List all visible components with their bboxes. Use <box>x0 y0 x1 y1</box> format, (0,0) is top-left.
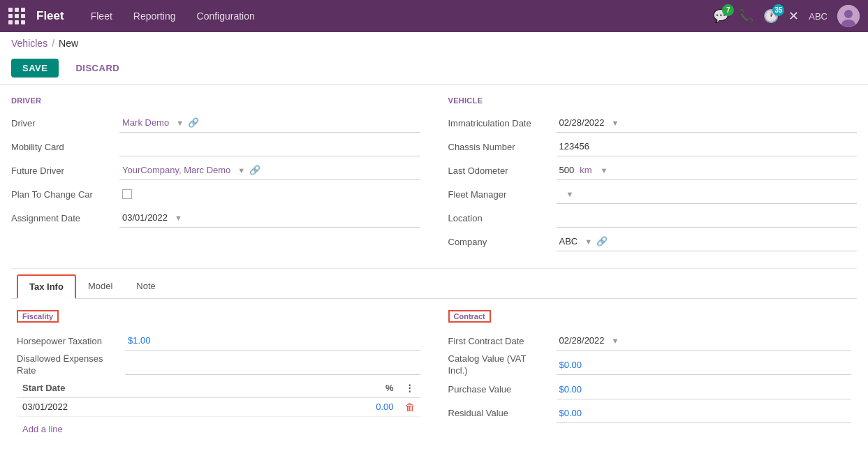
form-top: Driver Driver Mark Demo ▼ 🔗 Mobility Car… <box>11 85 857 265</box>
immatriculation-date-text: 02/28/2022 <box>559 117 605 128</box>
plan-change-car-label: Plan To Change Car <box>11 189 119 200</box>
field-row-plan-change-car: Plan To Change Car <box>11 183 420 205</box>
chassis-number-label: Chassis Number <box>448 142 557 152</box>
phone-icon[interactable]: 📞 <box>738 8 753 24</box>
driver-value[interactable]: Mark Demo ▼ 🔗 <box>119 113 420 133</box>
tabs-bar: Tax Info Model Note <box>11 274 857 299</box>
field-row-immatriculation-date: Immatriculation Date 02/28/2022 ▼ <box>448 112 858 134</box>
fleet-manager-value[interactable]: ▼ <box>557 184 858 204</box>
tab-content: Fiscality Horsepower Taxation $1.00 Disa… <box>11 299 857 448</box>
future-driver-value[interactable]: YourCompany, Marc Demo ▼ 🔗 <box>119 161 420 180</box>
tab-note[interactable]: Note <box>124 274 167 299</box>
discard-button[interactable]: DISCARD <box>64 59 131 78</box>
breadcrumb-current: New <box>59 38 78 49</box>
purchase-value-value[interactable]: $0.00 <box>557 380 852 399</box>
future-driver-label: Future Driver <box>11 165 119 176</box>
app-brand[interactable]: Fleet <box>36 9 64 23</box>
close-icon[interactable]: ✕ <box>788 8 799 24</box>
company-value[interactable]: ABC ▼ 🔗 <box>557 232 858 251</box>
breadcrumb-separator: / <box>52 38 54 49</box>
user-avatar[interactable] <box>837 5 860 27</box>
first-contract-date-arrow[interactable]: ▼ <box>612 337 619 345</box>
chassis-number-input[interactable] <box>559 141 855 152</box>
breadcrumb-parent[interactable]: Vehicles <box>11 38 47 49</box>
driver-ext-link-icon[interactable]: 🔗 <box>188 117 199 128</box>
first-contract-date-value[interactable]: 02/28/2022 ▼ <box>557 331 852 351</box>
tab-model[interactable]: Model <box>76 274 124 299</box>
odometer-unit-arrow[interactable]: ▼ <box>601 166 608 175</box>
future-driver-dropdown-arrow[interactable]: ▼ <box>237 166 245 175</box>
clock-badge: 35 <box>772 4 784 16</box>
fiscality-section-label: Fiscality <box>17 310 59 323</box>
future-driver-ext-link-icon[interactable]: 🔗 <box>249 165 260 175</box>
field-row-first-contract-date: First Contract Date 02/28/2022 ▼ <box>448 330 852 352</box>
horsepower-tax-value[interactable]: $1.00 <box>125 331 420 351</box>
driver-section: Driver Driver Mark Demo ▼ 🔗 Mobility Car… <box>11 96 420 254</box>
nav-reporting[interactable]: Reporting <box>124 6 186 26</box>
col-header-percent: % <box>344 380 399 398</box>
table-row: 03/01/2022 0.00 🗑 <box>17 397 420 416</box>
row-percent[interactable]: 0.00 <box>344 397 399 416</box>
field-row-mobility-card: Mobility Card <box>11 135 420 158</box>
plan-change-car-checkbox[interactable] <box>122 189 132 199</box>
col-header-actions: ⋮ <box>399 380 420 398</box>
col-header-start-date: Start Date <box>17 380 344 398</box>
row-delete[interactable]: 🗑 <box>399 397 420 416</box>
disallowed-expenses-value[interactable] <box>125 355 420 375</box>
last-odometer-value[interactable]: 500 km ▼ <box>557 161 858 180</box>
nav-configuration[interactable]: Configuration <box>187 6 265 26</box>
main-content: Driver Driver Mark Demo ▼ 🔗 Mobility Car… <box>0 84 868 448</box>
catalog-value-text: $0.00 <box>559 360 582 370</box>
username-label: ABC <box>809 11 827 22</box>
last-odometer-label: Last Odometer <box>448 165 557 176</box>
app-grid-icon[interactable] <box>8 8 25 24</box>
field-row-horsepower-tax: Horsepower Taxation $1.00 <box>17 330 420 352</box>
first-contract-date-label: First Contract Date <box>448 336 557 346</box>
assignment-date-value[interactable]: 03/01/2022 ▼ <box>119 208 420 228</box>
company-arrow[interactable]: ▼ <box>584 237 592 246</box>
location-input[interactable] <box>559 212 855 223</box>
delete-row-icon[interactable]: 🗑 <box>405 402 415 413</box>
toolbar: SAVE DISCARD <box>0 54 868 84</box>
assignment-date-dropdown-arrow[interactable]: ▼ <box>175 214 182 222</box>
purchase-value-label: Purchase Value <box>448 384 557 395</box>
location-value[interactable] <box>557 208 858 228</box>
field-row-chassis-number: Chassis Number <box>448 135 858 158</box>
vehicle-section-label: Vehicle <box>448 96 858 105</box>
mobility-card-value[interactable] <box>119 137 420 156</box>
field-row-location: Location <box>448 207 858 229</box>
immatriculation-date-arrow[interactable]: ▼ <box>612 119 619 127</box>
row-start-date[interactable]: 03/01/2022 <box>17 397 344 416</box>
chat-icon[interactable]: 💬 7 <box>713 8 728 24</box>
tab-tax-info[interactable]: Tax Info <box>17 274 76 299</box>
plan-change-car-value <box>119 184 420 204</box>
assignment-date-text: 03/01/2022 <box>122 212 168 223</box>
driver-dropdown-arrow[interactable]: ▼ <box>176 119 184 127</box>
driver-link-value[interactable]: Mark Demo <box>122 117 169 128</box>
nav-fleet[interactable]: Fleet <box>81 6 122 26</box>
chat-badge: 7 <box>722 4 734 16</box>
field-row-company: Company ABC ▼ 🔗 <box>448 230 858 253</box>
fleet-manager-arrow[interactable]: ▼ <box>566 190 574 198</box>
add-line-button[interactable]: Add a line <box>17 421 68 437</box>
immatriculation-date-label: Immatriculation Date <box>448 118 557 128</box>
residual-value-value[interactable]: $0.00 <box>557 404 852 423</box>
clock-icon[interactable]: 🕐 35 <box>763 8 779 24</box>
field-row-residual-value: Residual Value $0.00 <box>448 402 852 425</box>
form-divider <box>11 268 857 269</box>
field-row-assignment-date: Assignment Date 03/01/2022 ▼ <box>11 207 420 229</box>
immatriculation-date-value[interactable]: 02/28/2022 ▼ <box>557 113 858 133</box>
contract-section: Contract First Contract Date 02/28/2022 … <box>448 310 852 437</box>
top-menu: Fleet Reporting Configuration <box>81 6 265 26</box>
fiscality-table: Start Date % ⋮ 03/01/2022 0.00 🗑 <box>17 380 420 417</box>
chassis-number-value[interactable] <box>557 137 858 156</box>
company-ext-link-icon[interactable]: 🔗 <box>596 236 608 246</box>
catalog-value-value[interactable]: $0.00 <box>557 355 852 375</box>
future-driver-link-value[interactable]: YourCompany, Marc Demo <box>122 165 230 175</box>
save-button[interactable]: SAVE <box>11 59 59 78</box>
horsepower-tax-label: Horsepower Taxation <box>17 336 125 346</box>
mobility-card-label: Mobility Card <box>11 142 119 152</box>
mobility-card-input[interactable] <box>122 141 418 152</box>
first-contract-date-text: 02/28/2022 <box>559 335 605 346</box>
disallowed-expenses-input[interactable] <box>128 360 418 370</box>
